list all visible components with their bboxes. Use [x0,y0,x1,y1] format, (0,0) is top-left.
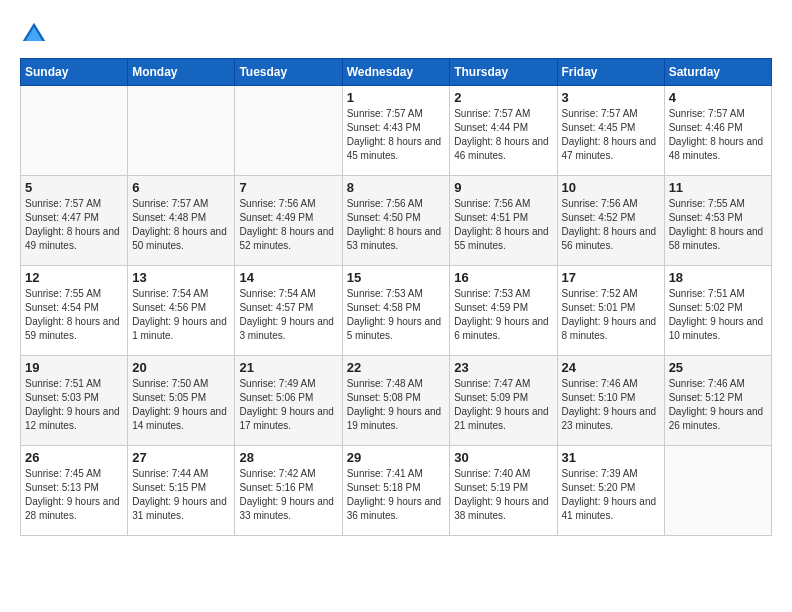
day-number: 1 [347,90,446,105]
calendar-cell: 11Sunrise: 7:55 AM Sunset: 4:53 PM Dayli… [664,176,771,266]
calendar-cell: 18Sunrise: 7:51 AM Sunset: 5:02 PM Dayli… [664,266,771,356]
day-info: Sunrise: 7:48 AM Sunset: 5:08 PM Dayligh… [347,377,446,433]
calendar-cell: 8Sunrise: 7:56 AM Sunset: 4:50 PM Daylig… [342,176,450,266]
day-number: 4 [669,90,767,105]
calendar-cell: 13Sunrise: 7:54 AM Sunset: 4:56 PM Dayli… [128,266,235,356]
day-info: Sunrise: 7:46 AM Sunset: 5:12 PM Dayligh… [669,377,767,433]
calendar-cell: 15Sunrise: 7:53 AM Sunset: 4:58 PM Dayli… [342,266,450,356]
day-number: 26 [25,450,123,465]
weekday-header: Wednesday [342,59,450,86]
day-info: Sunrise: 7:57 AM Sunset: 4:48 PM Dayligh… [132,197,230,253]
day-number: 23 [454,360,552,375]
day-number: 19 [25,360,123,375]
calendar-cell: 21Sunrise: 7:49 AM Sunset: 5:06 PM Dayli… [235,356,342,446]
day-number: 2 [454,90,552,105]
calendar-cell: 22Sunrise: 7:48 AM Sunset: 5:08 PM Dayli… [342,356,450,446]
calendar-cell: 19Sunrise: 7:51 AM Sunset: 5:03 PM Dayli… [21,356,128,446]
day-number: 22 [347,360,446,375]
day-info: Sunrise: 7:51 AM Sunset: 5:02 PM Dayligh… [669,287,767,343]
day-number: 31 [562,450,660,465]
day-info: Sunrise: 7:47 AM Sunset: 5:09 PM Dayligh… [454,377,552,433]
day-info: Sunrise: 7:49 AM Sunset: 5:06 PM Dayligh… [239,377,337,433]
day-info: Sunrise: 7:53 AM Sunset: 4:59 PM Dayligh… [454,287,552,343]
calendar-cell: 12Sunrise: 7:55 AM Sunset: 4:54 PM Dayli… [21,266,128,356]
calendar-cell: 30Sunrise: 7:40 AM Sunset: 5:19 PM Dayli… [450,446,557,536]
weekday-header: Thursday [450,59,557,86]
day-info: Sunrise: 7:56 AM Sunset: 4:51 PM Dayligh… [454,197,552,253]
day-info: Sunrise: 7:56 AM Sunset: 4:49 PM Dayligh… [239,197,337,253]
day-number: 11 [669,180,767,195]
day-info: Sunrise: 7:57 AM Sunset: 4:47 PM Dayligh… [25,197,123,253]
calendar-cell: 9Sunrise: 7:56 AM Sunset: 4:51 PM Daylig… [450,176,557,266]
calendar-cell: 27Sunrise: 7:44 AM Sunset: 5:15 PM Dayli… [128,446,235,536]
day-number: 29 [347,450,446,465]
day-number: 17 [562,270,660,285]
day-number: 12 [25,270,123,285]
day-info: Sunrise: 7:46 AM Sunset: 5:10 PM Dayligh… [562,377,660,433]
logo [20,20,52,48]
day-info: Sunrise: 7:41 AM Sunset: 5:18 PM Dayligh… [347,467,446,523]
calendar-cell [128,86,235,176]
calendar-cell: 25Sunrise: 7:46 AM Sunset: 5:12 PM Dayli… [664,356,771,446]
calendar-cell [21,86,128,176]
day-number: 6 [132,180,230,195]
weekday-header: Friday [557,59,664,86]
day-info: Sunrise: 7:57 AM Sunset: 4:46 PM Dayligh… [669,107,767,163]
day-number: 21 [239,360,337,375]
calendar-cell [664,446,771,536]
day-info: Sunrise: 7:57 AM Sunset: 4:43 PM Dayligh… [347,107,446,163]
day-number: 20 [132,360,230,375]
calendar-cell: 24Sunrise: 7:46 AM Sunset: 5:10 PM Dayli… [557,356,664,446]
calendar-cell: 10Sunrise: 7:56 AM Sunset: 4:52 PM Dayli… [557,176,664,266]
calendar-cell: 26Sunrise: 7:45 AM Sunset: 5:13 PM Dayli… [21,446,128,536]
day-info: Sunrise: 7:51 AM Sunset: 5:03 PM Dayligh… [25,377,123,433]
day-info: Sunrise: 7:54 AM Sunset: 4:56 PM Dayligh… [132,287,230,343]
weekday-header: Tuesday [235,59,342,86]
calendar-cell: 14Sunrise: 7:54 AM Sunset: 4:57 PM Dayli… [235,266,342,356]
logo-icon [20,20,48,48]
day-info: Sunrise: 7:54 AM Sunset: 4:57 PM Dayligh… [239,287,337,343]
day-info: Sunrise: 7:55 AM Sunset: 4:54 PM Dayligh… [25,287,123,343]
day-number: 30 [454,450,552,465]
calendar-cell: 1Sunrise: 7:57 AM Sunset: 4:43 PM Daylig… [342,86,450,176]
day-number: 15 [347,270,446,285]
day-info: Sunrise: 7:39 AM Sunset: 5:20 PM Dayligh… [562,467,660,523]
day-number: 28 [239,450,337,465]
day-info: Sunrise: 7:52 AM Sunset: 5:01 PM Dayligh… [562,287,660,343]
calendar-cell: 5Sunrise: 7:57 AM Sunset: 4:47 PM Daylig… [21,176,128,266]
day-info: Sunrise: 7:42 AM Sunset: 5:16 PM Dayligh… [239,467,337,523]
calendar-cell: 28Sunrise: 7:42 AM Sunset: 5:16 PM Dayli… [235,446,342,536]
day-number: 18 [669,270,767,285]
calendar-cell: 4Sunrise: 7:57 AM Sunset: 4:46 PM Daylig… [664,86,771,176]
weekday-header: Monday [128,59,235,86]
day-info: Sunrise: 7:44 AM Sunset: 5:15 PM Dayligh… [132,467,230,523]
day-number: 24 [562,360,660,375]
page-header [20,20,772,48]
calendar-cell: 31Sunrise: 7:39 AM Sunset: 5:20 PM Dayli… [557,446,664,536]
day-info: Sunrise: 7:45 AM Sunset: 5:13 PM Dayligh… [25,467,123,523]
day-info: Sunrise: 7:57 AM Sunset: 4:45 PM Dayligh… [562,107,660,163]
calendar-cell: 29Sunrise: 7:41 AM Sunset: 5:18 PM Dayli… [342,446,450,536]
day-info: Sunrise: 7:57 AM Sunset: 4:44 PM Dayligh… [454,107,552,163]
day-number: 7 [239,180,337,195]
day-info: Sunrise: 7:56 AM Sunset: 4:50 PM Dayligh… [347,197,446,253]
calendar-cell: 17Sunrise: 7:52 AM Sunset: 5:01 PM Dayli… [557,266,664,356]
day-info: Sunrise: 7:56 AM Sunset: 4:52 PM Dayligh… [562,197,660,253]
day-number: 13 [132,270,230,285]
calendar-cell: 2Sunrise: 7:57 AM Sunset: 4:44 PM Daylig… [450,86,557,176]
calendar-table: SundayMondayTuesdayWednesdayThursdayFrid… [20,58,772,536]
day-number: 27 [132,450,230,465]
day-number: 5 [25,180,123,195]
day-info: Sunrise: 7:50 AM Sunset: 5:05 PM Dayligh… [132,377,230,433]
calendar-cell: 16Sunrise: 7:53 AM Sunset: 4:59 PM Dayli… [450,266,557,356]
day-info: Sunrise: 7:40 AM Sunset: 5:19 PM Dayligh… [454,467,552,523]
weekday-header: Sunday [21,59,128,86]
day-info: Sunrise: 7:55 AM Sunset: 4:53 PM Dayligh… [669,197,767,253]
calendar-cell: 6Sunrise: 7:57 AM Sunset: 4:48 PM Daylig… [128,176,235,266]
day-number: 8 [347,180,446,195]
day-number: 14 [239,270,337,285]
calendar-cell: 23Sunrise: 7:47 AM Sunset: 5:09 PM Dayli… [450,356,557,446]
day-number: 3 [562,90,660,105]
day-info: Sunrise: 7:53 AM Sunset: 4:58 PM Dayligh… [347,287,446,343]
weekday-header: Saturday [664,59,771,86]
